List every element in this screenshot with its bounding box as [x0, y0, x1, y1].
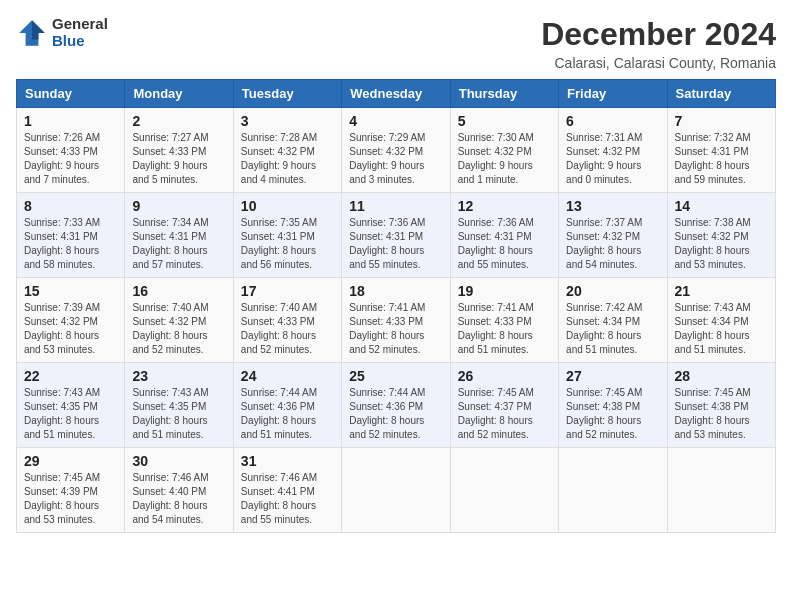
calendar-cell [450, 448, 558, 533]
sunrise-label: Sunrise: 7:41 AM [458, 302, 534, 313]
daylight-label: Daylight: 8 hours and 53 minutes. [24, 500, 99, 525]
calendar-cell: 20 Sunrise: 7:42 AM Sunset: 4:34 PM Dayl… [559, 278, 667, 363]
day-details: Sunrise: 7:43 AM Sunset: 4:35 PM Dayligh… [132, 386, 225, 442]
calendar-week-4: 29 Sunrise: 7:45 AM Sunset: 4:39 PM Dayl… [17, 448, 776, 533]
sunrise-label: Sunrise: 7:44 AM [241, 387, 317, 398]
sunset-label: Sunset: 4:38 PM [566, 401, 640, 412]
daylight-label: Daylight: 8 hours and 52 minutes. [241, 330, 316, 355]
calendar-week-2: 15 Sunrise: 7:39 AM Sunset: 4:32 PM Dayl… [17, 278, 776, 363]
daylight-label: Daylight: 8 hours and 52 minutes. [566, 415, 641, 440]
sunset-label: Sunset: 4:33 PM [458, 316, 532, 327]
daylight-label: Daylight: 8 hours and 52 minutes. [349, 415, 424, 440]
day-number: 26 [458, 368, 551, 384]
sunset-label: Sunset: 4:34 PM [675, 316, 749, 327]
daylight-label: Daylight: 8 hours and 58 minutes. [24, 245, 99, 270]
day-details: Sunrise: 7:45 AM Sunset: 4:38 PM Dayligh… [566, 386, 659, 442]
calendar-cell: 29 Sunrise: 7:45 AM Sunset: 4:39 PM Dayl… [17, 448, 125, 533]
daylight-label: Daylight: 9 hours and 5 minutes. [132, 160, 207, 185]
logo: General Blue [16, 16, 108, 49]
daylight-label: Daylight: 8 hours and 54 minutes. [132, 500, 207, 525]
sunrise-label: Sunrise: 7:39 AM [24, 302, 100, 313]
day-number: 19 [458, 283, 551, 299]
day-number: 29 [24, 453, 117, 469]
calendar-cell: 16 Sunrise: 7:40 AM Sunset: 4:32 PM Dayl… [125, 278, 233, 363]
sunset-label: Sunset: 4:40 PM [132, 486, 206, 497]
sunrise-label: Sunrise: 7:38 AM [675, 217, 751, 228]
sunrise-label: Sunrise: 7:36 AM [458, 217, 534, 228]
sunset-label: Sunset: 4:32 PM [458, 146, 532, 157]
day-details: Sunrise: 7:44 AM Sunset: 4:36 PM Dayligh… [349, 386, 442, 442]
calendar-table: Sunday Monday Tuesday Wednesday Thursday… [16, 79, 776, 533]
day-details: Sunrise: 7:34 AM Sunset: 4:31 PM Dayligh… [132, 216, 225, 272]
day-details: Sunrise: 7:40 AM Sunset: 4:32 PM Dayligh… [132, 301, 225, 357]
sunset-label: Sunset: 4:33 PM [24, 146, 98, 157]
daylight-label: Daylight: 8 hours and 51 minutes. [24, 415, 99, 440]
day-number: 5 [458, 113, 551, 129]
sunrise-label: Sunrise: 7:28 AM [241, 132, 317, 143]
daylight-label: Daylight: 9 hours and 0 minutes. [566, 160, 641, 185]
daylight-label: Daylight: 8 hours and 53 minutes. [675, 245, 750, 270]
daylight-label: Daylight: 8 hours and 56 minutes. [241, 245, 316, 270]
header-friday: Friday [559, 80, 667, 108]
calendar-cell [559, 448, 667, 533]
calendar-cell [342, 448, 450, 533]
sunset-label: Sunset: 4:32 PM [132, 316, 206, 327]
day-number: 12 [458, 198, 551, 214]
daylight-label: Daylight: 8 hours and 57 minutes. [132, 245, 207, 270]
daylight-label: Daylight: 8 hours and 52 minutes. [132, 330, 207, 355]
day-number: 23 [132, 368, 225, 384]
logo-blue-text: Blue [52, 33, 108, 50]
calendar-cell: 31 Sunrise: 7:46 AM Sunset: 4:41 PM Dayl… [233, 448, 341, 533]
calendar-cell: 23 Sunrise: 7:43 AM Sunset: 4:35 PM Dayl… [125, 363, 233, 448]
sunrise-label: Sunrise: 7:40 AM [132, 302, 208, 313]
calendar-cell: 8 Sunrise: 7:33 AM Sunset: 4:31 PM Dayli… [17, 193, 125, 278]
sunrise-label: Sunrise: 7:31 AM [566, 132, 642, 143]
day-details: Sunrise: 7:45 AM Sunset: 4:38 PM Dayligh… [675, 386, 768, 442]
calendar-cell: 1 Sunrise: 7:26 AM Sunset: 4:33 PM Dayli… [17, 108, 125, 193]
day-details: Sunrise: 7:32 AM Sunset: 4:31 PM Dayligh… [675, 131, 768, 187]
daylight-label: Daylight: 8 hours and 54 minutes. [566, 245, 641, 270]
header-thursday: Thursday [450, 80, 558, 108]
sunset-label: Sunset: 4:31 PM [349, 231, 423, 242]
sunrise-label: Sunrise: 7:27 AM [132, 132, 208, 143]
daylight-label: Daylight: 9 hours and 7 minutes. [24, 160, 99, 185]
sunset-label: Sunset: 4:38 PM [675, 401, 749, 412]
day-details: Sunrise: 7:33 AM Sunset: 4:31 PM Dayligh… [24, 216, 117, 272]
sunset-label: Sunset: 4:32 PM [566, 231, 640, 242]
day-number: 10 [241, 198, 334, 214]
day-number: 13 [566, 198, 659, 214]
sunset-label: Sunset: 4:35 PM [24, 401, 98, 412]
calendar-cell: 24 Sunrise: 7:44 AM Sunset: 4:36 PM Dayl… [233, 363, 341, 448]
header-sunday: Sunday [17, 80, 125, 108]
calendar-cell: 2 Sunrise: 7:27 AM Sunset: 4:33 PM Dayli… [125, 108, 233, 193]
sunset-label: Sunset: 4:41 PM [241, 486, 315, 497]
sunset-label: Sunset: 4:33 PM [132, 146, 206, 157]
daylight-label: Daylight: 9 hours and 4 minutes. [241, 160, 316, 185]
daylight-label: Daylight: 8 hours and 52 minutes. [349, 330, 424, 355]
day-number: 22 [24, 368, 117, 384]
sunrise-label: Sunrise: 7:43 AM [24, 387, 100, 398]
sunrise-label: Sunrise: 7:30 AM [458, 132, 534, 143]
day-details: Sunrise: 7:27 AM Sunset: 4:33 PM Dayligh… [132, 131, 225, 187]
sunset-label: Sunset: 4:37 PM [458, 401, 532, 412]
daylight-label: Daylight: 8 hours and 53 minutes. [24, 330, 99, 355]
calendar-title: December 2024 [541, 16, 776, 53]
day-details: Sunrise: 7:30 AM Sunset: 4:32 PM Dayligh… [458, 131, 551, 187]
sunrise-label: Sunrise: 7:36 AM [349, 217, 425, 228]
sunset-label: Sunset: 4:33 PM [241, 316, 315, 327]
sunrise-label: Sunrise: 7:45 AM [566, 387, 642, 398]
daylight-label: Daylight: 8 hours and 55 minutes. [458, 245, 533, 270]
sunrise-label: Sunrise: 7:33 AM [24, 217, 100, 228]
sunrise-label: Sunrise: 7:29 AM [349, 132, 425, 143]
sunset-label: Sunset: 4:31 PM [241, 231, 315, 242]
day-details: Sunrise: 7:41 AM Sunset: 4:33 PM Dayligh… [349, 301, 442, 357]
sunset-label: Sunset: 4:33 PM [349, 316, 423, 327]
day-number: 4 [349, 113, 442, 129]
sunset-label: Sunset: 4:31 PM [458, 231, 532, 242]
calendar-cell: 5 Sunrise: 7:30 AM Sunset: 4:32 PM Dayli… [450, 108, 558, 193]
sunrise-label: Sunrise: 7:42 AM [566, 302, 642, 313]
title-area: December 2024 Calarasi, Calarasi County,… [541, 16, 776, 71]
sunset-label: Sunset: 4:32 PM [349, 146, 423, 157]
sunset-label: Sunset: 4:31 PM [24, 231, 98, 242]
daylight-label: Daylight: 9 hours and 1 minute. [458, 160, 533, 185]
